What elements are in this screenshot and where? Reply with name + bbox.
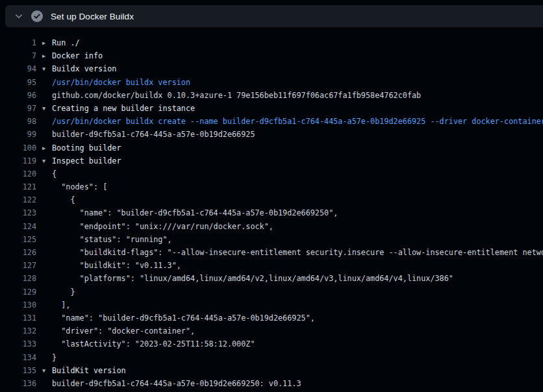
group-toggle-icon (36, 259, 52, 272)
line-number[interactable]: 100 (0, 141, 36, 154)
line-number[interactable]: 120 (0, 167, 36, 180)
group-toggle-icon (36, 377, 52, 390)
line-number[interactable]: 96 (0, 89, 36, 102)
group-toggle-icon[interactable]: ▼ (36, 102, 52, 115)
line-number[interactable]: 124 (0, 220, 36, 233)
log-line: 128 "platforms": "linux/amd64,linux/amd6… (0, 272, 543, 285)
group-toggle-icon (36, 272, 52, 285)
line-number[interactable]: 1 (0, 36, 36, 49)
log-line: 124 "endpoint": "unix:///var/run/docker.… (0, 220, 543, 233)
log-line-text: "lastActivity": "2023-02-25T11:58:12.000… (52, 337, 255, 350)
log-line-text: Inspect builder (52, 154, 121, 167)
line-number[interactable]: 130 (0, 299, 36, 312)
log-line: 136 builder-d9cfb5a1-c764-445a-a57e-0b19… (0, 377, 543, 390)
line-number[interactable]: 127 (0, 259, 36, 272)
log-line[interactable]: 94 ▼ Buildx version (0, 62, 543, 75)
log-line[interactable]: 100 ▶ Booting builder (0, 141, 543, 154)
line-number[interactable]: 123 (0, 206, 36, 219)
log-line-text: ], (52, 299, 70, 312)
log-line-text: BuildKit version (52, 364, 126, 377)
line-number[interactable]: 7 (0, 49, 36, 62)
step-header[interactable]: Set up Docker Buildx (5, 5, 543, 27)
line-number[interactable]: 132 (0, 325, 36, 337)
log-line[interactable]: 7 ▶ Docker info (0, 49, 543, 62)
log-line-text: "buildkitd-flags": "--allow-insecure-ent… (52, 246, 543, 259)
group-toggle-icon[interactable]: ▶ (36, 141, 52, 154)
log-line: 130 ], (0, 299, 543, 312)
log-line-text: "name": "builder-d9cfb5a1-c764-445a-a57e… (52, 312, 315, 325)
log-line: 96 github.com/docker/buildx 0.10.3+azure… (0, 89, 543, 102)
group-toggle-icon (36, 220, 52, 233)
group-toggle-icon[interactable]: ▶ (36, 49, 52, 62)
log-line[interactable]: 119 ▼ Inspect builder (0, 154, 543, 167)
log-line-text: Buildx version (52, 62, 116, 75)
log-line: 121 "nodes": [ (0, 180, 543, 193)
log-line-text: "driver": "docker-container", (52, 325, 195, 337)
log-line: 120 { (0, 167, 543, 180)
line-number[interactable]: 125 (0, 233, 36, 246)
group-toggle-icon (36, 312, 52, 325)
log-line-text: "platforms": "linux/amd64,linux/amd64/v2… (52, 272, 453, 285)
group-toggle-icon (36, 180, 52, 193)
group-toggle-icon (36, 299, 52, 312)
line-number[interactable]: 95 (0, 76, 36, 89)
log-line: 127 "buildkit": "v0.11.3", (0, 259, 543, 272)
group-toggle-icon (36, 325, 52, 337)
log-line: 99 builder-d9cfb5a1-c764-445a-a57e-0b19d… (0, 128, 543, 141)
log-line: 98 /usr/bin/docker buildx create --name … (0, 115, 543, 128)
group-toggle-icon (36, 351, 52, 364)
group-toggle-icon (36, 233, 52, 246)
group-toggle-icon (36, 89, 52, 102)
log-line[interactable]: 135 ▼ BuildKit version (0, 364, 543, 377)
line-number[interactable]: 131 (0, 312, 36, 325)
group-toggle-icon (36, 206, 52, 219)
line-number[interactable]: 119 (0, 154, 36, 167)
line-number[interactable]: 126 (0, 246, 36, 259)
group-toggle-icon[interactable]: ▼ (36, 62, 52, 75)
log-line-text: github.com/docker/buildx 0.10.3+azure-1 … (52, 89, 421, 102)
log-line-text: "status": "running", (52, 233, 172, 246)
log-line-text: "endpoint": "unix:///var/run/docker.sock… (52, 220, 273, 233)
line-number[interactable]: 121 (0, 180, 36, 193)
log-line-text: builder-d9cfb5a1-c764-445a-a57e-0b19d2e6… (52, 377, 301, 390)
log-line-text: Creating a new builder instance (52, 102, 195, 115)
group-toggle-icon[interactable]: ▼ (36, 364, 52, 377)
group-toggle-icon (36, 246, 52, 259)
line-number[interactable]: 97 (0, 102, 36, 115)
log-line-text: builder-d9cfb5a1-c764-445a-a57e-0b19d2e6… (52, 128, 255, 141)
log-line: 95 /usr/bin/docker buildx version (0, 76, 543, 89)
line-number[interactable]: 94 (0, 62, 36, 75)
log-line[interactable]: 1 ▶ Run ./ (0, 36, 543, 49)
line-number[interactable]: 99 (0, 128, 36, 141)
line-number[interactable]: 136 (0, 377, 36, 390)
group-toggle-icon (36, 193, 52, 206)
log-line[interactable]: 97 ▼ Creating a new builder instance (0, 102, 543, 115)
log-line-text: Docker info (52, 49, 103, 62)
log-line: 126 "buildkitd-flags": "--allow-insecure… (0, 246, 543, 259)
log-line-text: } (52, 351, 57, 364)
check-circle-icon (31, 10, 43, 22)
log-line-text: Booting builder (52, 141, 121, 154)
chevron-down-icon (14, 12, 23, 21)
line-number[interactable]: 135 (0, 364, 36, 377)
group-toggle-icon (36, 115, 52, 128)
line-number[interactable]: 133 (0, 337, 36, 350)
log-line: 131 "name": "builder-d9cfb5a1-c764-445a-… (0, 312, 543, 325)
group-toggle-icon[interactable]: ▼ (36, 154, 52, 167)
log-line-text: "buildkit": "v0.11.3", (52, 259, 181, 272)
log-line-text: { (52, 193, 75, 206)
log-line: 134 } (0, 351, 543, 364)
group-toggle-icon[interactable]: ▶ (36, 36, 52, 49)
log-line-text: /usr/bin/docker buildx create --name bui… (52, 115, 543, 128)
log-line: 132 "driver": "docker-container", (0, 325, 543, 337)
line-number[interactable]: 134 (0, 351, 36, 364)
line-number[interactable]: 98 (0, 115, 36, 128)
line-number[interactable]: 128 (0, 272, 36, 285)
log-line: 125 "status": "running", (0, 233, 543, 246)
line-number[interactable]: 129 (0, 286, 36, 299)
log-line-text: Run ./ (52, 36, 80, 49)
group-toggle-icon (36, 167, 52, 180)
line-number[interactable]: 122 (0, 193, 36, 206)
group-toggle-icon (36, 128, 52, 141)
group-toggle-icon (36, 337, 52, 350)
